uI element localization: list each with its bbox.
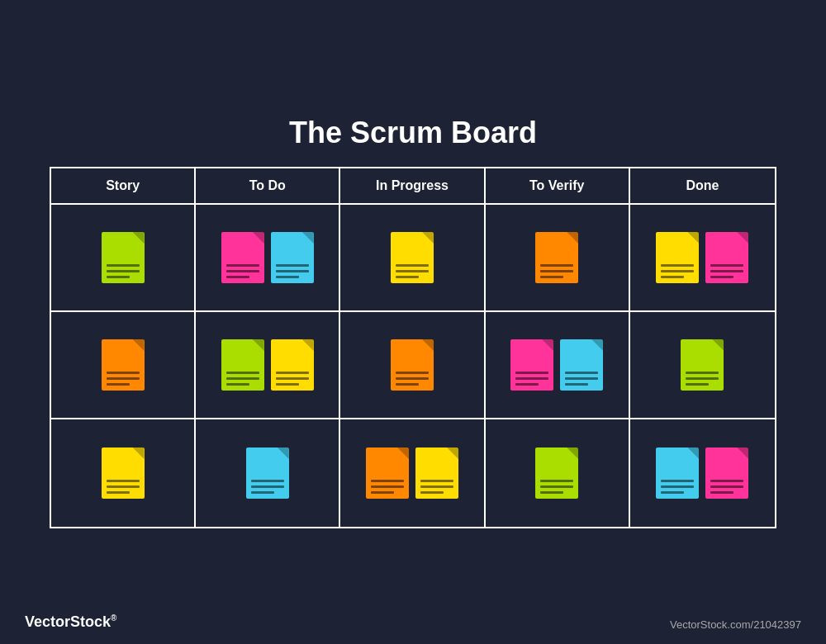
board-cell bbox=[486, 205, 630, 310]
board-cell bbox=[196, 205, 340, 310]
page-title: The Scrum Board bbox=[289, 116, 537, 150]
sticky-note[interactable] bbox=[221, 232, 264, 283]
board-row bbox=[51, 205, 775, 312]
sticky-note[interactable] bbox=[510, 339, 553, 391]
sticky-note[interactable] bbox=[391, 232, 434, 283]
header-cell: To Do bbox=[196, 168, 340, 203]
sticky-note[interactable] bbox=[366, 447, 409, 499]
board-body bbox=[51, 205, 775, 527]
board-cell bbox=[196, 419, 340, 527]
board-cell bbox=[51, 419, 196, 527]
board-cell bbox=[51, 312, 196, 418]
header-cell: To Verify bbox=[486, 168, 630, 203]
board-cell bbox=[486, 419, 630, 527]
sticky-note[interactable] bbox=[415, 447, 458, 499]
board-cell bbox=[340, 419, 485, 527]
header-cell: Done bbox=[630, 168, 775, 203]
sticky-note[interactable] bbox=[246, 447, 289, 499]
sticky-note[interactable] bbox=[681, 339, 724, 391]
board-row bbox=[51, 312, 775, 419]
board-row bbox=[51, 419, 775, 527]
board-cell bbox=[51, 205, 196, 310]
sticky-note[interactable] bbox=[271, 339, 314, 391]
board-cell bbox=[630, 205, 775, 310]
sticky-note[interactable] bbox=[102, 447, 145, 499]
header-cell: Story bbox=[51, 168, 196, 203]
brand-logo: VectorStock® bbox=[25, 613, 116, 631]
board-cell bbox=[340, 205, 485, 310]
sticky-note[interactable] bbox=[656, 447, 699, 499]
sticky-note[interactable] bbox=[271, 232, 314, 283]
sticky-note[interactable] bbox=[102, 232, 145, 283]
board-cell bbox=[340, 312, 485, 418]
sticky-note[interactable] bbox=[221, 339, 264, 391]
board-header: StoryTo DoIn ProgressTo VerifyDone bbox=[51, 168, 775, 205]
sticky-note[interactable] bbox=[391, 339, 434, 391]
sticky-note[interactable] bbox=[102, 339, 145, 391]
stock-url: VectorStock.com/21042397 bbox=[670, 618, 801, 631]
sticky-note[interactable] bbox=[705, 232, 748, 283]
sticky-note[interactable] bbox=[535, 232, 578, 283]
sticky-note[interactable] bbox=[656, 232, 699, 283]
scrum-board: StoryTo DoIn ProgressTo VerifyDone bbox=[50, 167, 776, 528]
board-cell bbox=[630, 419, 775, 527]
sticky-note[interactable] bbox=[560, 339, 603, 391]
header-cell: In Progress bbox=[340, 168, 485, 203]
board-cell bbox=[196, 312, 340, 418]
board-cell bbox=[630, 312, 775, 418]
sticky-note[interactable] bbox=[535, 447, 578, 499]
footer: VectorStock® VectorStock.com/21042397 bbox=[0, 613, 826, 631]
sticky-note[interactable] bbox=[705, 447, 748, 499]
board-cell bbox=[486, 312, 630, 418]
